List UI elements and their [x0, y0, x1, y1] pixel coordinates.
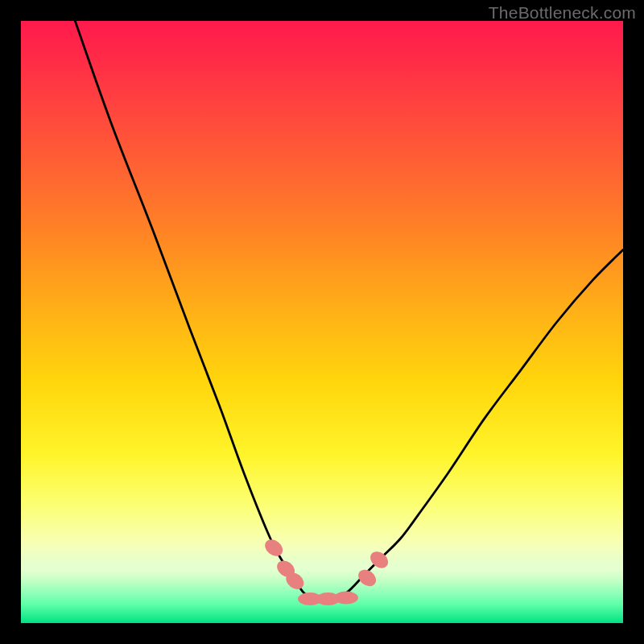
curve-marker: [262, 536, 286, 559]
bottleneck-curve: [75, 21, 623, 600]
bottleneck-curve-path: [75, 21, 623, 600]
curve-layer: [21, 21, 623, 623]
curve-marker: [334, 592, 358, 605]
attribution-text: TheBottleneck.com: [489, 3, 636, 23]
marker-group: [262, 536, 391, 605]
curve-marker: [355, 566, 379, 589]
plot-area: [21, 21, 623, 623]
chart-frame: TheBottleneck.com: [0, 0, 644, 644]
